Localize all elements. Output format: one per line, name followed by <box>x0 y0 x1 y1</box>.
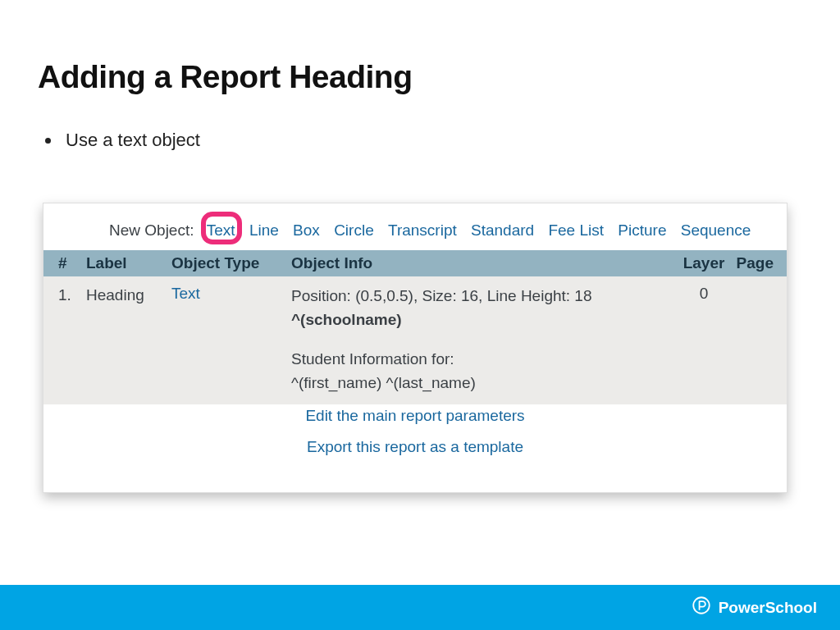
column-header-info: Object Info <box>291 254 675 272</box>
new-object-link-transcript[interactable]: Transcript <box>388 221 457 239</box>
svg-point-0 <box>693 597 710 614</box>
bullet-dot-icon <box>45 138 51 144</box>
row-info-schoolname: ^(schoolname) <box>291 308 675 332</box>
panel-footer-links: Edit the main report parameters Export t… <box>43 400 787 463</box>
table-header: # Label Object Type Object Info Layer Pa… <box>43 250 787 276</box>
slide-title: Adding a Report Heading <box>38 59 413 95</box>
new-object-link-picture[interactable]: Picture <box>618 221 666 239</box>
row-info-studentinfo-label: Student Information for: <box>291 348 675 372</box>
column-header-layer: Layer <box>675 254 733 272</box>
column-header-type: Object Type <box>171 254 291 272</box>
new-object-link-feelist[interactable]: Fee List <box>548 221 604 239</box>
new-object-link-box[interactable]: Box <box>293 221 320 239</box>
brand-name: PowerSchool <box>719 599 817 617</box>
edit-report-link[interactable]: Edit the main report parameters <box>305 407 524 424</box>
new-object-link-text[interactable]: Text <box>207 221 235 239</box>
new-object-label: New Object: <box>109 221 194 239</box>
export-report-link[interactable]: Export this report as a template <box>307 438 523 455</box>
brand: PowerSchool <box>691 595 817 620</box>
row-number: 1. <box>58 285 86 304</box>
row-info-studentname: ^(first_name) ^(last_name) <box>291 372 675 395</box>
new-object-bar: New Object: Text Line Box Circle Transcr… <box>109 221 756 240</box>
row-type-link[interactable]: Text <box>171 285 200 302</box>
powerschool-logo-icon <box>691 595 712 620</box>
row-info-position: Position: (0.5,0.5), Size: 16, Line Heig… <box>291 285 675 308</box>
new-object-link-line[interactable]: Line <box>249 221 279 239</box>
column-header-label: Label <box>86 254 171 272</box>
table-row: 1. Heading Text Position: (0.5,0.5), Siz… <box>43 276 787 404</box>
row-info: Position: (0.5,0.5), Size: 16, Line Heig… <box>291 285 675 395</box>
column-header-page: Page <box>733 254 778 272</box>
column-header-number: # <box>58 254 86 272</box>
new-object-link-circle[interactable]: Circle <box>334 221 374 239</box>
row-layer: 0 <box>675 285 733 303</box>
report-panel: New Object: Text Line Box Circle Transcr… <box>43 203 788 493</box>
row-label: Heading <box>86 285 171 304</box>
new-object-link-standard[interactable]: Standard <box>471 221 534 239</box>
bullet-text: Use a text object <box>66 130 200 151</box>
slide: Adding a Report Heading Use a text objec… <box>0 0 840 630</box>
bullet-item: Use a text object <box>45 130 200 151</box>
brand-bar: PowerSchool <box>0 585 840 630</box>
new-object-link-sequence[interactable]: Sequence <box>681 221 751 239</box>
